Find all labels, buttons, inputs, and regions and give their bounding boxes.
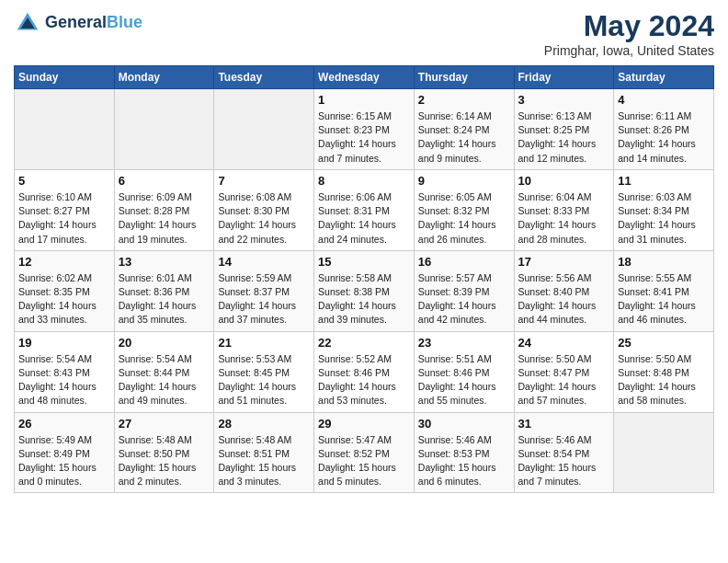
day-number: 25 — [618, 336, 710, 350]
calendar-cell: 4Sunrise: 6:11 AM Sunset: 8:26 PM Daylig… — [614, 89, 714, 170]
calendar-cell: 30Sunrise: 5:46 AM Sunset: 8:53 PM Dayli… — [414, 412, 514, 493]
calendar-cell: 7Sunrise: 6:08 AM Sunset: 8:30 PM Daylig… — [214, 169, 314, 250]
day-number: 16 — [418, 255, 510, 269]
calendar-cell: 11Sunrise: 6:03 AM Sunset: 8:34 PM Dayli… — [614, 169, 714, 250]
calendar-cell: 15Sunrise: 5:58 AM Sunset: 8:38 PM Dayli… — [314, 250, 415, 331]
day-number: 31 — [518, 417, 610, 431]
calendar-cell — [114, 89, 214, 170]
day-number: 21 — [218, 336, 310, 350]
day-info: Sunrise: 5:59 AM Sunset: 8:37 PM Dayligh… — [218, 271, 310, 327]
week-row-3: 12Sunrise: 6:02 AM Sunset: 8:35 PM Dayli… — [15, 250, 714, 331]
calendar-cell: 14Sunrise: 5:59 AM Sunset: 8:37 PM Dayli… — [214, 250, 314, 331]
subtitle: Primghar, Iowa, United States — [544, 43, 714, 58]
day-info: Sunrise: 6:10 AM Sunset: 8:27 PM Dayligh… — [18, 190, 110, 247]
day-number: 12 — [18, 255, 110, 269]
day-number: 30 — [418, 417, 510, 431]
day-number: 19 — [18, 336, 110, 350]
day-number: 22 — [318, 336, 410, 350]
day-number: 26 — [18, 417, 110, 431]
day-number: 29 — [318, 417, 410, 431]
calendar-cell: 3Sunrise: 6:13 AM Sunset: 8:25 PM Daylig… — [514, 89, 614, 170]
calendar-cell: 28Sunrise: 5:48 AM Sunset: 8:51 PM Dayli… — [214, 412, 314, 493]
day-number: 28 — [218, 417, 310, 431]
day-number: 7 — [218, 174, 310, 188]
weekday-header-wednesday: Wednesday — [314, 66, 415, 89]
calendar-cell — [214, 89, 314, 170]
day-info: Sunrise: 5:57 AM Sunset: 8:39 PM Dayligh… — [418, 271, 510, 327]
day-number: 3 — [518, 93, 610, 107]
calendar-cell: 19Sunrise: 5:54 AM Sunset: 8:43 PM Dayli… — [15, 331, 115, 412]
logo-icon — [14, 9, 41, 37]
calendar-cell: 31Sunrise: 5:46 AM Sunset: 8:54 PM Dayli… — [514, 412, 614, 493]
day-info: Sunrise: 6:06 AM Sunset: 8:31 PM Dayligh… — [318, 190, 410, 247]
day-info: Sunrise: 5:53 AM Sunset: 8:45 PM Dayligh… — [218, 352, 310, 408]
calendar-cell: 10Sunrise: 6:04 AM Sunset: 8:33 PM Dayli… — [514, 169, 614, 250]
day-number: 23 — [418, 336, 510, 350]
calendar-cell: 5Sunrise: 6:10 AM Sunset: 8:27 PM Daylig… — [15, 169, 115, 250]
day-number: 24 — [518, 336, 610, 350]
day-info: Sunrise: 6:09 AM Sunset: 8:28 PM Dayligh… — [119, 190, 210, 247]
weekday-header-monday: Monday — [114, 66, 214, 89]
day-info: Sunrise: 6:03 AM Sunset: 8:34 PM Dayligh… — [618, 190, 710, 247]
week-row-4: 19Sunrise: 5:54 AM Sunset: 8:43 PM Dayli… — [15, 331, 714, 412]
day-number: 27 — [119, 417, 210, 431]
week-row-1: 1Sunrise: 6:15 AM Sunset: 8:23 PM Daylig… — [15, 89, 714, 170]
day-number: 15 — [318, 255, 410, 269]
day-number: 13 — [119, 255, 210, 269]
day-number: 2 — [418, 93, 510, 107]
day-number: 9 — [418, 174, 510, 188]
day-number: 14 — [218, 255, 310, 269]
day-number: 6 — [119, 174, 210, 188]
calendar-table: SundayMondayTuesdayWednesdayThursdayFrid… — [14, 65, 714, 493]
weekday-header-row: SundayMondayTuesdayWednesdayThursdayFrid… — [15, 66, 714, 89]
calendar-cell: 20Sunrise: 5:54 AM Sunset: 8:44 PM Dayli… — [114, 331, 214, 412]
day-number: 18 — [618, 255, 710, 269]
day-info: Sunrise: 6:08 AM Sunset: 8:30 PM Dayligh… — [218, 190, 310, 247]
calendar-cell: 26Sunrise: 5:49 AM Sunset: 8:49 PM Dayli… — [15, 412, 115, 493]
day-info: Sunrise: 5:51 AM Sunset: 8:46 PM Dayligh… — [418, 352, 510, 408]
calendar-cell: 18Sunrise: 5:55 AM Sunset: 8:41 PM Dayli… — [614, 250, 714, 331]
calendar-cell: 12Sunrise: 6:02 AM Sunset: 8:35 PM Dayli… — [15, 250, 115, 331]
weekday-header-sunday: Sunday — [15, 66, 115, 89]
calendar-cell: 23Sunrise: 5:51 AM Sunset: 8:46 PM Dayli… — [414, 331, 514, 412]
calendar-cell: 2Sunrise: 6:14 AM Sunset: 8:24 PM Daylig… — [414, 89, 514, 170]
weekday-header-tuesday: Tuesday — [214, 66, 314, 89]
week-row-2: 5Sunrise: 6:10 AM Sunset: 8:27 PM Daylig… — [15, 169, 714, 250]
calendar-cell: 13Sunrise: 6:01 AM Sunset: 8:36 PM Dayli… — [114, 250, 214, 331]
day-info: Sunrise: 6:02 AM Sunset: 8:35 PM Dayligh… — [18, 271, 110, 327]
day-number: 8 — [318, 174, 410, 188]
day-info: Sunrise: 6:04 AM Sunset: 8:33 PM Dayligh… — [518, 190, 610, 247]
day-number: 17 — [518, 255, 610, 269]
calendar-cell: 27Sunrise: 5:48 AM Sunset: 8:50 PM Dayli… — [114, 412, 214, 493]
day-info: Sunrise: 5:48 AM Sunset: 8:50 PM Dayligh… — [119, 433, 210, 489]
calendar-cell: 22Sunrise: 5:52 AM Sunset: 8:46 PM Dayli… — [314, 331, 415, 412]
day-info: Sunrise: 6:01 AM Sunset: 8:36 PM Dayligh… — [119, 271, 210, 327]
logo-text: GeneralBlue — [45, 14, 142, 32]
calendar-cell: 8Sunrise: 6:06 AM Sunset: 8:31 PM Daylig… — [314, 169, 415, 250]
week-row-5: 26Sunrise: 5:49 AM Sunset: 8:49 PM Dayli… — [15, 412, 714, 493]
day-info: Sunrise: 5:58 AM Sunset: 8:38 PM Dayligh… — [318, 271, 410, 327]
calendar-cell: 29Sunrise: 5:47 AM Sunset: 8:52 PM Dayli… — [314, 412, 415, 493]
day-number: 11 — [618, 174, 710, 188]
calendar-cell: 17Sunrise: 5:56 AM Sunset: 8:40 PM Dayli… — [514, 250, 614, 331]
calendar-cell — [15, 89, 115, 170]
day-info: Sunrise: 5:49 AM Sunset: 8:49 PM Dayligh… — [18, 433, 110, 489]
day-info: Sunrise: 6:05 AM Sunset: 8:32 PM Dayligh… — [418, 190, 510, 247]
day-info: Sunrise: 5:46 AM Sunset: 8:54 PM Dayligh… — [518, 433, 610, 489]
weekday-header-saturday: Saturday — [614, 66, 714, 89]
day-info: Sunrise: 5:50 AM Sunset: 8:48 PM Dayligh… — [618, 352, 710, 408]
day-number: 10 — [518, 174, 610, 188]
day-info: Sunrise: 5:56 AM Sunset: 8:40 PM Dayligh… — [518, 271, 610, 327]
day-info: Sunrise: 5:46 AM Sunset: 8:53 PM Dayligh… — [418, 433, 510, 489]
weekday-header-friday: Friday — [514, 66, 614, 89]
calendar-cell: 6Sunrise: 6:09 AM Sunset: 8:28 PM Daylig… — [114, 169, 214, 250]
day-info: Sunrise: 5:50 AM Sunset: 8:47 PM Dayligh… — [518, 352, 610, 408]
day-number: 5 — [18, 174, 110, 188]
calendar-cell: 24Sunrise: 5:50 AM Sunset: 8:47 PM Dayli… — [514, 331, 614, 412]
day-info: Sunrise: 5:52 AM Sunset: 8:46 PM Dayligh… — [318, 352, 410, 408]
day-info: Sunrise: 5:54 AM Sunset: 8:43 PM Dayligh… — [18, 352, 110, 408]
calendar-cell: 16Sunrise: 5:57 AM Sunset: 8:39 PM Dayli… — [414, 250, 514, 331]
page-header: GeneralBlue May 2024 Primghar, Iowa, Uni… — [14, 9, 714, 58]
day-info: Sunrise: 6:14 AM Sunset: 8:24 PM Dayligh… — [418, 109, 510, 166]
calendar-cell — [614, 412, 714, 493]
